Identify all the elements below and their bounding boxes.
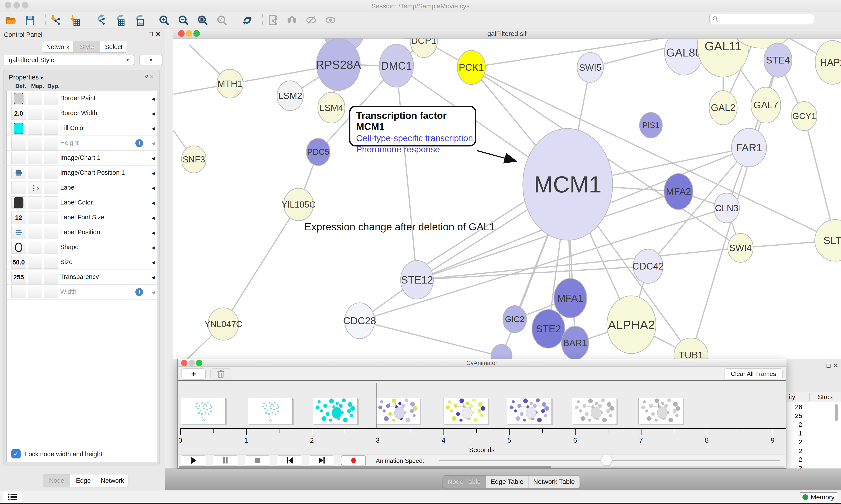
bypass-cell[interactable] [44,196,58,209]
tab-edge-table[interactable]: Edge Table [486,475,529,488]
bypass-cell[interactable] [44,286,58,299]
annotation-link-1[interactable]: Pheromone response [356,144,475,154]
property-row-transparency[interactable]: 255Transparency◂ [6,270,157,285]
bypass-cell[interactable] [44,107,58,120]
stop-button[interactable] [245,455,270,466]
table-cell-value[interactable]: 1 [787,430,802,437]
delete-frame-button[interactable] [211,368,231,379]
mapping-cell[interactable] [28,241,42,254]
network-canvas[interactable]: RPS28ADMC1DCP1PCK1MTH1LSM2LSM4SWI5GAL80G… [173,38,841,359]
collapse-arrow-icon[interactable]: ◂ [151,229,155,236]
mapping-cell[interactable] [28,211,42,224]
style-options-button[interactable]: ▾ [139,55,162,65]
default-value-cell[interactable] [12,181,26,194]
default-value-cell[interactable]: 255 [12,271,26,284]
property-row-height[interactable]: Heighti◂ [6,136,157,151]
collapse-arrow-icon[interactable]: ◂ [151,274,155,281]
property-row-shape[interactable]: Shape◂ [6,240,157,255]
timeline[interactable]: 0123456789 Seconds [178,381,786,454]
frame-thumbnail-5[interactable] [507,398,552,424]
frame-thumbnail-0[interactable] [181,398,226,424]
collapse-arrow-icon[interactable]: ◂ [151,244,155,251]
timeline-scrollbar-thumb[interactable] [179,466,551,468]
panel-list-button[interactable] [3,492,22,502]
column-header-stress[interactable]: Stres [818,393,833,401]
property-row-label-font-size[interactable]: 12Label Font Size◂ [6,210,157,225]
collapse-arrow-icon[interactable]: ◂ [151,199,155,206]
bypass-cell[interactable] [44,137,58,149]
mapping-cell[interactable] [28,122,42,134]
zoom-out-button[interactable]: − [177,13,190,27]
bypass-cell[interactable] [44,256,58,269]
tab-style[interactable]: Style [74,41,100,52]
column-header-ity[interactable]: ity [789,393,795,401]
mapping-cell[interactable] [28,271,42,284]
collapse-all-icon[interactable]: « [148,74,156,79]
bypass-cell[interactable] [44,181,58,194]
export-image-button[interactable] [132,13,145,27]
close-panel-icon[interactable]: ✕ [156,30,161,38]
tab-node-table[interactable]: Node Table [443,475,486,488]
property-row-size[interactable]: 50.0Size◂ [6,255,157,270]
float-panel-icon[interactable]: □ [149,30,153,38]
annotation-box[interactable]: Transcription factor MCM1 Cell-type-spec… [349,106,476,146]
previous-frame-button[interactable] [277,455,302,466]
save-session-button[interactable] [23,13,37,27]
table-cell-value[interactable]: 2 [787,456,802,463]
collapse-arrow-icon[interactable]: ◂ [151,155,155,162]
node-node_b[interactable] [491,344,512,359]
table-vertical-scrollbar[interactable] [835,404,838,421]
property-row-fill-color[interactable]: Fill Color◂ [6,121,157,136]
mapping-cell[interactable] [28,226,42,239]
default-value-cell[interactable] [12,196,26,209]
mapping-cell[interactable] [28,256,42,269]
default-value-cell[interactable]: 50.0 [12,256,26,269]
pause-button[interactable] [213,455,238,466]
table-column-headers[interactable]: ity Stres [787,392,841,402]
search-field[interactable] [709,14,814,24]
annotation-link-0[interactable]: Cell-type-specific transcription [356,133,475,143]
table-cell-value[interactable]: 2 [787,438,802,446]
collapse-arrow-icon[interactable]: ◂ [151,110,155,117]
import-table-button[interactable] [68,13,82,27]
expand-collapse-icons[interactable]: »« [145,73,155,80]
bypass-cell[interactable] [44,92,58,105]
mapping-cell[interactable] [28,286,42,299]
default-value-cell[interactable] [12,92,26,105]
default-value-cell[interactable]: 12 [12,211,26,224]
mapping-cell[interactable] [28,167,42,179]
hide-selected-button[interactable] [304,13,318,27]
info-icon[interactable]: i [135,139,143,147]
record-button[interactable] [341,455,366,466]
open-session-button[interactable] [4,13,18,27]
property-row-label-position[interactable]: Label Position◂ [6,225,157,240]
frame-thumbnail-2[interactable] [313,398,358,424]
mapping-cell[interactable] [28,196,42,209]
mapping-cell[interactable] [28,152,42,164]
mapping-cell[interactable] [28,92,42,105]
network-window-titlebar[interactable]: galFiltered.sif [173,29,841,38]
mapping-cell[interactable]: ⋮› [28,181,42,194]
property-row-image-chart-position-1[interactable]: Image/Chart Position 1◂ [6,165,157,180]
collapse-arrow-icon[interactable]: ◂ [151,169,155,177]
property-row-width[interactable]: Widthi◂ [6,285,157,300]
bypass-cell[interactable] [44,241,58,254]
frame-thumbnail-7[interactable] [639,398,683,424]
bypass-cell[interactable] [44,167,58,179]
zoom-selected-button[interactable]: ✓ [215,13,229,27]
frame-thumbnail-3[interactable] [376,398,420,424]
tab-select[interactable]: Select [100,41,127,52]
properties-header[interactable]: Properties ▾ [9,74,43,81]
mapping-cell[interactable] [28,137,42,149]
property-row-label-color[interactable]: Label Color◂ [6,195,157,210]
bypass-cell[interactable] [44,226,58,239]
memory-button[interactable]: Memory [800,492,837,502]
next-frame-button[interactable] [309,455,334,466]
export-network-button[interactable] [93,13,107,27]
zoom-fit-button[interactable]: ▣ [196,13,209,27]
search-input[interactable] [719,16,811,22]
import-network-button[interactable] [49,13,62,27]
frame-thumbnail-4[interactable] [443,398,488,424]
cyanimator-titlebar[interactable]: CyAnimator [178,359,786,367]
close-table-icon[interactable]: ✕ [833,362,838,370]
